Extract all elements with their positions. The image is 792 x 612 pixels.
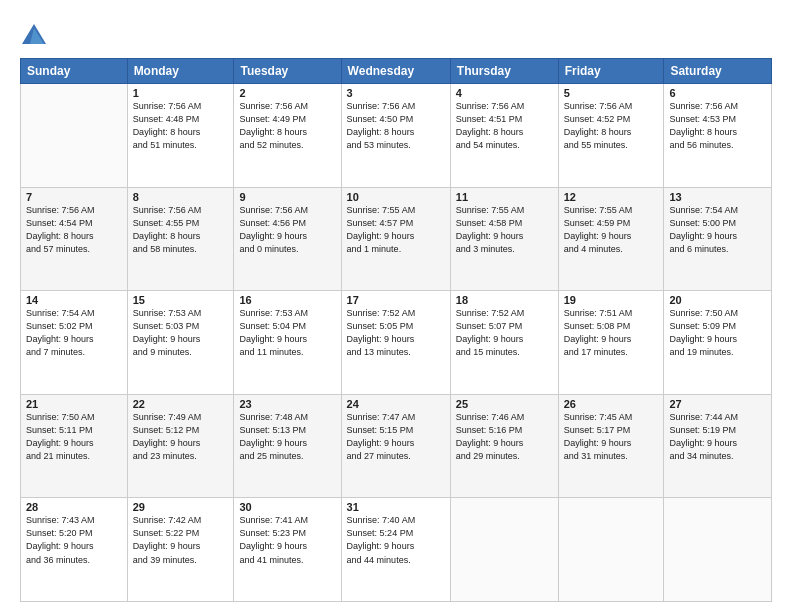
day-info: Sunrise: 7:42 AM Sunset: 5:22 PM Dayligh… (133, 514, 229, 566)
day-number: 6 (669, 87, 766, 99)
day-number: 1 (133, 87, 229, 99)
calendar-header: SundayMondayTuesdayWednesdayThursdayFrid… (21, 59, 772, 84)
calendar-cell: 28Sunrise: 7:43 AM Sunset: 5:20 PM Dayli… (21, 498, 128, 602)
day-info: Sunrise: 7:49 AM Sunset: 5:12 PM Dayligh… (133, 411, 229, 463)
calendar-cell (558, 498, 664, 602)
day-number: 10 (347, 191, 445, 203)
day-info: Sunrise: 7:56 AM Sunset: 4:49 PM Dayligh… (239, 100, 335, 152)
day-info: Sunrise: 7:54 AM Sunset: 5:00 PM Dayligh… (669, 204, 766, 256)
day-number: 28 (26, 501, 122, 513)
day-number: 3 (347, 87, 445, 99)
day-info: Sunrise: 7:56 AM Sunset: 4:51 PM Dayligh… (456, 100, 553, 152)
calendar-cell: 19Sunrise: 7:51 AM Sunset: 5:08 PM Dayli… (558, 291, 664, 395)
day-number: 14 (26, 294, 122, 306)
day-number: 17 (347, 294, 445, 306)
calendar-cell: 23Sunrise: 7:48 AM Sunset: 5:13 PM Dayli… (234, 394, 341, 498)
calendar-week-row: 1Sunrise: 7:56 AM Sunset: 4:48 PM Daylig… (21, 84, 772, 188)
day-info: Sunrise: 7:56 AM Sunset: 4:53 PM Dayligh… (669, 100, 766, 152)
calendar-cell: 9Sunrise: 7:56 AM Sunset: 4:56 PM Daylig… (234, 187, 341, 291)
calendar: SundayMondayTuesdayWednesdayThursdayFrid… (20, 58, 772, 602)
day-number: 24 (347, 398, 445, 410)
day-number: 21 (26, 398, 122, 410)
day-info: Sunrise: 7:46 AM Sunset: 5:16 PM Dayligh… (456, 411, 553, 463)
calendar-cell: 25Sunrise: 7:46 AM Sunset: 5:16 PM Dayli… (450, 394, 558, 498)
day-number: 4 (456, 87, 553, 99)
header (20, 18, 772, 50)
day-info: Sunrise: 7:55 AM Sunset: 4:57 PM Dayligh… (347, 204, 445, 256)
logo-icon (20, 22, 48, 50)
weekday-header: Friday (558, 59, 664, 84)
day-info: Sunrise: 7:56 AM Sunset: 4:56 PM Dayligh… (239, 204, 335, 256)
calendar-cell: 30Sunrise: 7:41 AM Sunset: 5:23 PM Dayli… (234, 498, 341, 602)
day-number: 20 (669, 294, 766, 306)
weekday-header: Saturday (664, 59, 772, 84)
calendar-cell: 26Sunrise: 7:45 AM Sunset: 5:17 PM Dayli… (558, 394, 664, 498)
day-number: 2 (239, 87, 335, 99)
calendar-cell (450, 498, 558, 602)
weekday-header: Thursday (450, 59, 558, 84)
calendar-cell: 13Sunrise: 7:54 AM Sunset: 5:00 PM Dayli… (664, 187, 772, 291)
calendar-cell: 7Sunrise: 7:56 AM Sunset: 4:54 PM Daylig… (21, 187, 128, 291)
calendar-cell: 6Sunrise: 7:56 AM Sunset: 4:53 PM Daylig… (664, 84, 772, 188)
calendar-cell: 3Sunrise: 7:56 AM Sunset: 4:50 PM Daylig… (341, 84, 450, 188)
day-info: Sunrise: 7:55 AM Sunset: 4:58 PM Dayligh… (456, 204, 553, 256)
calendar-cell: 18Sunrise: 7:52 AM Sunset: 5:07 PM Dayli… (450, 291, 558, 395)
day-info: Sunrise: 7:56 AM Sunset: 4:54 PM Dayligh… (26, 204, 122, 256)
calendar-week-row: 28Sunrise: 7:43 AM Sunset: 5:20 PM Dayli… (21, 498, 772, 602)
day-number: 12 (564, 191, 659, 203)
calendar-cell: 5Sunrise: 7:56 AM Sunset: 4:52 PM Daylig… (558, 84, 664, 188)
day-number: 18 (456, 294, 553, 306)
day-info: Sunrise: 7:54 AM Sunset: 5:02 PM Dayligh… (26, 307, 122, 359)
weekday-header: Sunday (21, 59, 128, 84)
weekday-header: Wednesday (341, 59, 450, 84)
weekday-header: Tuesday (234, 59, 341, 84)
day-number: 13 (669, 191, 766, 203)
day-info: Sunrise: 7:52 AM Sunset: 5:07 PM Dayligh… (456, 307, 553, 359)
day-number: 30 (239, 501, 335, 513)
page: SundayMondayTuesdayWednesdayThursdayFrid… (0, 0, 792, 612)
day-info: Sunrise: 7:56 AM Sunset: 4:52 PM Dayligh… (564, 100, 659, 152)
day-number: 22 (133, 398, 229, 410)
calendar-cell: 8Sunrise: 7:56 AM Sunset: 4:55 PM Daylig… (127, 187, 234, 291)
calendar-cell (21, 84, 128, 188)
weekday-header: Monday (127, 59, 234, 84)
calendar-cell: 31Sunrise: 7:40 AM Sunset: 5:24 PM Dayli… (341, 498, 450, 602)
day-number: 9 (239, 191, 335, 203)
day-info: Sunrise: 7:53 AM Sunset: 5:03 PM Dayligh… (133, 307, 229, 359)
day-info: Sunrise: 7:47 AM Sunset: 5:15 PM Dayligh… (347, 411, 445, 463)
calendar-cell: 1Sunrise: 7:56 AM Sunset: 4:48 PM Daylig… (127, 84, 234, 188)
day-info: Sunrise: 7:53 AM Sunset: 5:04 PM Dayligh… (239, 307, 335, 359)
day-number: 25 (456, 398, 553, 410)
calendar-cell: 29Sunrise: 7:42 AM Sunset: 5:22 PM Dayli… (127, 498, 234, 602)
calendar-body: 1Sunrise: 7:56 AM Sunset: 4:48 PM Daylig… (21, 84, 772, 602)
day-info: Sunrise: 7:50 AM Sunset: 5:09 PM Dayligh… (669, 307, 766, 359)
day-number: 16 (239, 294, 335, 306)
day-info: Sunrise: 7:56 AM Sunset: 4:48 PM Dayligh… (133, 100, 229, 152)
day-number: 26 (564, 398, 659, 410)
calendar-week-row: 7Sunrise: 7:56 AM Sunset: 4:54 PM Daylig… (21, 187, 772, 291)
day-number: 8 (133, 191, 229, 203)
day-info: Sunrise: 7:51 AM Sunset: 5:08 PM Dayligh… (564, 307, 659, 359)
calendar-cell: 4Sunrise: 7:56 AM Sunset: 4:51 PM Daylig… (450, 84, 558, 188)
day-info: Sunrise: 7:43 AM Sunset: 5:20 PM Dayligh… (26, 514, 122, 566)
calendar-week-row: 21Sunrise: 7:50 AM Sunset: 5:11 PM Dayli… (21, 394, 772, 498)
day-number: 7 (26, 191, 122, 203)
calendar-week-row: 14Sunrise: 7:54 AM Sunset: 5:02 PM Dayli… (21, 291, 772, 395)
day-info: Sunrise: 7:50 AM Sunset: 5:11 PM Dayligh… (26, 411, 122, 463)
logo (20, 22, 50, 50)
calendar-cell (664, 498, 772, 602)
day-info: Sunrise: 7:40 AM Sunset: 5:24 PM Dayligh… (347, 514, 445, 566)
day-info: Sunrise: 7:56 AM Sunset: 4:55 PM Dayligh… (133, 204, 229, 256)
day-info: Sunrise: 7:48 AM Sunset: 5:13 PM Dayligh… (239, 411, 335, 463)
calendar-cell: 12Sunrise: 7:55 AM Sunset: 4:59 PM Dayli… (558, 187, 664, 291)
calendar-cell: 20Sunrise: 7:50 AM Sunset: 5:09 PM Dayli… (664, 291, 772, 395)
day-number: 31 (347, 501, 445, 513)
calendar-cell: 22Sunrise: 7:49 AM Sunset: 5:12 PM Dayli… (127, 394, 234, 498)
day-info: Sunrise: 7:52 AM Sunset: 5:05 PM Dayligh… (347, 307, 445, 359)
day-number: 27 (669, 398, 766, 410)
calendar-cell: 21Sunrise: 7:50 AM Sunset: 5:11 PM Dayli… (21, 394, 128, 498)
calendar-cell: 11Sunrise: 7:55 AM Sunset: 4:58 PM Dayli… (450, 187, 558, 291)
calendar-cell: 24Sunrise: 7:47 AM Sunset: 5:15 PM Dayli… (341, 394, 450, 498)
day-number: 23 (239, 398, 335, 410)
day-info: Sunrise: 7:56 AM Sunset: 4:50 PM Dayligh… (347, 100, 445, 152)
